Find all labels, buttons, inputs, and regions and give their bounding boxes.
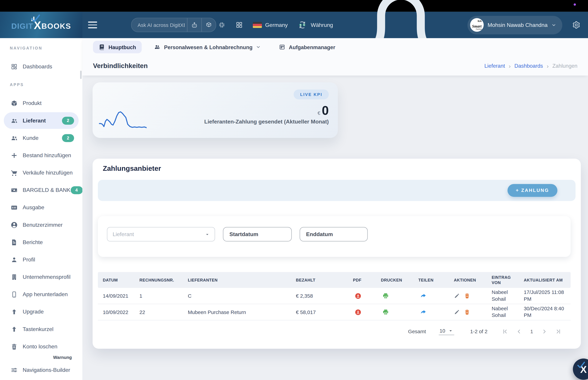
breadcrumb-item[interactable]: Lieferant [484,63,505,69]
main-area: HauptbuchPersonalwesen & LohnabrechnungA… [82,38,588,380]
pagination-range: 1-2 of 2 [470,329,488,334]
settings-gear-icon[interactable] [572,21,581,29]
add-payment-button[interactable]: + ZAHLUNG [508,184,557,197]
sidebar-item-dashboards[interactable]: Dashboards [4,58,79,75]
delete-button[interactable] [464,293,470,299]
share-button[interactable] [420,292,427,299]
sidebar-item-benutzerzimmer[interactable]: Benutzerzimmer [4,217,79,233]
page-head: HauptbuchPersonalwesen & LohnabrechnungA… [82,38,588,76]
sidebar-item-label: Produkt [23,100,41,106]
pdf-download-button[interactable] [354,292,361,299]
breadcrumb: Lieferant›Dashboards›Zahlungen [484,63,577,69]
sidebar-item-kunde[interactable]: Kunde2 [4,130,79,146]
menu-toggle-button[interactable] [88,22,97,28]
kpi-number: 0 [322,104,329,117]
start-date-input[interactable]: Startdatum [223,227,292,241]
svg-text:$: $ [12,206,13,209]
sidebar-section-heading: APPS [0,81,82,89]
caret-down-icon [205,231,210,237]
pagination-last-button[interactable] [555,328,562,335]
sidebar-item-navigations-builder[interactable]: Navigations-Builder [4,362,79,378]
sidebar-item-berichte[interactable]: Berichte [4,234,79,250]
kpi-card: LIVE KPI € 0 Lieferanten-Zahlung gesende… [93,82,338,138]
logo-block[interactable]: DIGITXBOOKS [0,12,82,38]
sidebar-item-label: Navigations-Builder [23,367,70,373]
sidebar-item-bestand-hinzufuegen[interactable]: Bestand hinzufügen [4,147,79,164]
ai-assistant-button[interactable] [187,18,201,32]
currency-exchange-icon: $€ [298,20,307,30]
chevron-down-icon [551,22,556,27]
book-icon [99,44,105,50]
pagination-first-button[interactable] [502,328,508,335]
breadcrumb-item[interactable]: Dashboards [514,63,543,69]
print-button[interactable] [382,308,389,316]
sidebar-item-ausgabe[interactable]: $Ausgabe [4,199,79,216]
currency-selector[interactable]: $€ Währung [298,20,333,30]
column-header: AKTIONEN [454,277,492,283]
breadcrumb-separator: › [509,63,511,69]
sidebar-item-verkaeufe-hinzufuegen[interactable]: Verkäufe hinzufügen [4,164,79,181]
warning-note: Warnung [0,354,72,361]
sidebar-item-label: Ausgabe [23,205,44,210]
sidebar-item-label: Konto loschen [23,343,57,350]
app-window: DIGITXBOOKS Germany $€ Währung [0,0,588,380]
module-tab-label: Personalwesen & Lohnabrechnung [164,44,252,50]
module-tab-hauptbuch[interactable]: Hauptbuch [93,41,142,53]
banknote-icon [11,187,18,193]
sidebar-item-bargeld-und-bank[interactable]: BARGELD & BANK4 [4,182,79,198]
delete-button[interactable] [464,309,470,315]
logo-text-digit: DIGIT [11,22,34,30]
module-tab-bar: HauptbuchPersonalwesen & LohnabrechnungA… [82,38,588,56]
edit-button[interactable] [454,309,460,315]
sidebar-item-profil[interactable]: Profil [4,251,79,268]
filter-card: Lieferant Startdatum Enddatum [98,216,571,257]
cell-aktualisiert_am: 17/Jul/2025 11:08 PM [524,289,570,303]
cell-aktualisiert_am: 30/Dec/2024 8:40 PM [524,305,570,319]
pagination-current-page: 1 [530,329,533,334]
building-icon [11,273,18,281]
app-header: DIGITXBOOKS Germany $€ Währung [0,12,588,38]
module-tab-aufgabenmanager[interactable]: Aufgabenmanager [273,41,341,53]
sidebar-item-upgrade[interactable]: Upgrade [4,304,79,320]
sidebar-item-unternehmensprofil[interactable]: Unternehmensprofil [4,268,79,285]
sidebar-item-app-herunterladen[interactable]: App herunterladen [4,286,79,303]
sidebar-item-konto-loschen[interactable]: Konto loschen [4,338,79,355]
edit-button[interactable] [454,293,460,299]
sidebar-item-tastenkurzel[interactable]: Tastenkurzel [4,321,79,338]
end-date-input[interactable]: Enddatum [300,227,368,241]
page-size-select[interactable]: 10 [439,328,454,335]
pdf-download-button[interactable] [354,308,361,316]
user-menu[interactable]: NA Smart Fashion Mohsin Nawab Chandna [468,16,562,34]
apps-grid-icon[interactable] [235,21,243,29]
count-badge: 2 [62,134,74,142]
logo-text-books: BOOKS [41,22,71,30]
count-badge: 4 [70,186,82,194]
module-tab-personalwesen-lohnabrechnung[interactable]: Personalwesen & Lohnabrechnung [149,41,266,53]
sidebar-scrollbar[interactable] [80,71,82,79]
ai-module-button[interactable] [201,18,216,32]
dashboard-icon [11,63,18,70]
supplier-select[interactable]: Lieferant [107,227,215,241]
sidebar-item-label: Kunde [23,135,38,141]
ai-search-input[interactable] [132,22,187,28]
cell-lieferanten: Mubeen Purchase Return [188,309,296,315]
country-selector[interactable]: Germany [253,22,288,28]
sidebar-item-lieferant[interactable]: Lieferant2 [4,112,79,129]
column-header: AKTUALISIERT AM [524,277,570,283]
start-date-label: Startdatum [229,231,258,237]
plus-icon [11,152,18,159]
pagination-prev-button[interactable] [516,328,522,335]
print-button[interactable] [382,292,389,299]
sliders-icon [11,366,18,373]
pagination-next-button[interactable] [541,328,548,335]
sidebar-item-label: Profil [23,257,35,263]
panel-toolbar: + ZAHLUNG [98,180,575,201]
sidebar: NAVIGATIONDashboardsAPPSProduktLieferant… [0,38,82,380]
collapse-fullscreen-icon[interactable] [218,21,226,29]
sidebar-item-label: Dashboards [23,63,52,70]
column-header: RECHNUNGSNR. [139,277,188,283]
sidebar-item-produkt[interactable]: Produkt [4,95,79,112]
live-kpi-badge: LIVE KPI [294,90,329,99]
share-button[interactable] [420,309,427,316]
user-name: Mohsin Nawab Chandna [488,22,548,28]
